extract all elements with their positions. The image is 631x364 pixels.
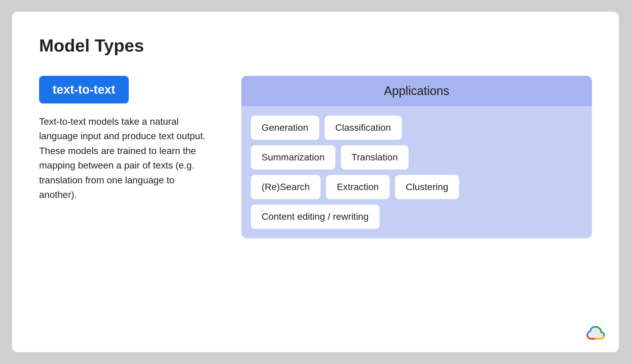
app-row-1: Generation Classification [251,116,582,140]
app-row-4: Content editing / rewriting [251,205,582,229]
model-badge: text-to-text [39,76,129,103]
app-tag-translation: Translation [341,145,409,170]
right-panel: Applications Generation Classification S… [241,76,592,238]
applications-header: Applications [241,76,592,106]
content-area: text-to-text Text-to-text models take a … [39,76,592,329]
app-tag-generation: Generation [251,116,319,140]
google-cloud-logo [585,323,605,343]
app-row-2: Summarization Translation [251,145,582,170]
page-title: Model Types [39,35,592,56]
slide: Model Types text-to-text Text-to-text mo… [12,12,619,352]
app-tag-summarization: Summarization [251,145,335,170]
app-tag-classification: Classification [325,116,402,140]
left-panel: text-to-text Text-to-text models take a … [39,76,214,202]
app-tag-research: (Re)Search [251,175,321,199]
applications-grid: Generation Classification Summarization … [241,106,592,238]
app-tag-extraction: Extraction [326,175,390,199]
model-description: Text-to-text models take a natural langu… [39,114,214,202]
app-row-3: (Re)Search Extraction Clustering [251,175,582,199]
app-tag-clustering: Clustering [395,175,459,199]
applications-box: Applications Generation Classification S… [241,76,592,238]
app-tag-content-editing: Content editing / rewriting [251,205,380,229]
